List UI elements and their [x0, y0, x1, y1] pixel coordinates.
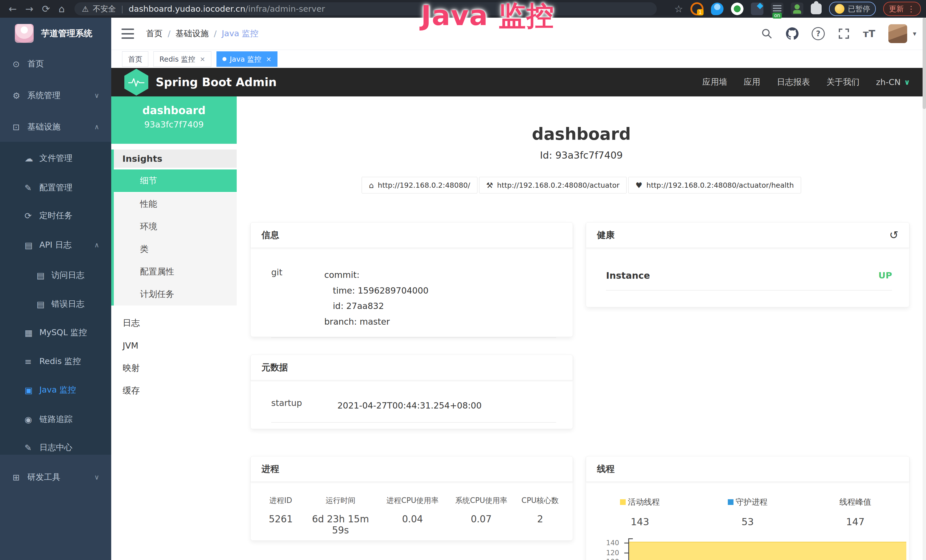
sidebar-item-system[interactable]: ⚙ 系统管理 ∨	[0, 83, 111, 107]
sba-nav-about[interactable]: 关于我们	[826, 76, 859, 88]
sba-menu-configprops[interactable]: 配置属性	[114, 260, 237, 283]
sidebar-item-errorlog[interactable]: ▤ 错误日志	[0, 292, 111, 316]
sba-nav-journal[interactable]: 日志报表	[777, 76, 810, 88]
service-url-button[interactable]: ⌂ http://192.168.0.2:48080/	[362, 177, 477, 194]
search-icon[interactable]	[761, 28, 773, 40]
address-bar[interactable]: ⚠ 不安全 | dashboard.yudao.iocoder.cn/infra…	[74, 2, 657, 15]
tab-label: Redis 监控	[159, 54, 195, 64]
sba-menu-mappings[interactable]: 映射	[111, 357, 237, 380]
close-icon[interactable]: ×	[266, 55, 271, 63]
sidebar-item-apilog[interactable]: ▤ API 日志 ∧	[0, 233, 111, 257]
sba-menu-environment[interactable]: 环境	[114, 215, 237, 238]
sidebar-item-label: 访问日志	[51, 269, 85, 281]
sba-menu-details[interactable]: 细节	[114, 169, 237, 193]
tab-label: Java 监控	[230, 54, 262, 64]
chevron-down-icon: ∨	[94, 473, 99, 481]
sba-locale-select[interactable]: zh-CN ∨	[876, 77, 910, 87]
card-threads-title: 线程	[586, 456, 909, 482]
bookmark-star-icon[interactable]: ☆	[675, 3, 683, 15]
sba-menu-classes[interactable]: 类	[114, 238, 237, 260]
sidebar-item-logcenter[interactable]: ✎ 日志中心	[0, 436, 111, 460]
chevron-down-icon: ∨	[904, 78, 910, 86]
chevron-up-icon: ∧	[94, 241, 99, 249]
legend-peak: 线程峰值 147	[801, 496, 909, 527]
app-logo-row[interactable]: 芋道管理系统	[0, 18, 111, 43]
update-button[interactable]: 更新 ⋮	[883, 2, 921, 16]
avatar[interactable]	[888, 24, 907, 43]
scrollbar-thumb[interactable]	[923, 18, 926, 109]
browser-back-icon[interactable]: ←	[9, 0, 17, 18]
extension-person-icon[interactable]	[791, 3, 803, 15]
sidebar-item-devtools[interactable]: ⊞ 研发工具 ∨	[0, 465, 111, 489]
github-icon[interactable]	[786, 27, 799, 40]
sidebar-item-redis[interactable]: ≡ Redis 监控	[0, 350, 111, 374]
history-icon[interactable]: ↺	[889, 229, 898, 241]
avatar-caret-icon[interactable]: ▾	[913, 30, 916, 38]
url-host[interactable]: dashboard.yudao.iocoder.cn	[129, 4, 245, 14]
sidebar-item-label: 错误日志	[51, 298, 85, 310]
breadcrumb-infra[interactable]: 基础设施	[176, 28, 209, 39]
sidebar-item-mysql[interactable]: ▦ MySQL 监控	[0, 321, 111, 345]
sba-brand-title[interactable]: Spring Boot Admin	[156, 76, 277, 89]
actuator-url-button[interactable]: ⚒ http://192.168.0.2:48080/actuator	[479, 177, 627, 194]
page-subtitle-id: Id: 93a3fc7f7409	[237, 150, 926, 161]
extension-orange-icon[interactable]: 1	[690, 2, 704, 15]
sidebar-item-home[interactable]: ⊙ 首页	[0, 52, 111, 76]
security-warning-icon[interactable]: ⚠	[82, 5, 89, 14]
sba-nav-applications[interactable]: 应用	[744, 76, 760, 88]
security-label[interactable]: 不安全	[93, 4, 116, 14]
health-instance-row[interactable]: Instance UP	[606, 270, 892, 291]
sba-content: dashboard Id: 93a3fc7f7409 ⌂ http://192.…	[237, 97, 926, 560]
health-url-button[interactable]: ♥ http://192.168.0.2:48080/actuator/heal…	[628, 177, 801, 194]
paused-profile-chip[interactable]: 已暂停	[829, 2, 876, 16]
sidebar-item-label: 日志中心	[39, 442, 73, 453]
sba-menu-jvm[interactable]: JVM	[111, 334, 237, 357]
extension-dark-list-icon[interactable]: on	[771, 3, 784, 15]
fullscreen-icon[interactable]	[838, 28, 850, 40]
browser-forward-icon[interactable]: →	[26, 0, 34, 18]
tab-redis[interactable]: Redis 监控 ×	[153, 51, 211, 67]
url-path[interactable]: /infra/admin-server	[245, 4, 325, 14]
close-icon[interactable]: ×	[200, 55, 205, 63]
sidebar-item-file[interactable]: ☁ 文件管理	[0, 146, 111, 170]
browser-menu-icon[interactable]: ⋮	[907, 4, 915, 14]
instance-header[interactable]: dashboard 93a3fc7f7409	[111, 97, 237, 144]
sidebar-item-config[interactable]: ✎ 配置管理	[0, 176, 111, 200]
tab-home[interactable]: 首页	[122, 51, 148, 67]
extension-grid-icon[interactable]	[751, 3, 763, 15]
sba-nav-wall[interactable]: 应用墙	[702, 76, 727, 88]
sidebar-item-trace[interactable]: ◉ 链路追踪	[0, 407, 111, 431]
extension-pin-icon[interactable]	[711, 3, 723, 15]
profile-emoji-icon	[835, 4, 844, 14]
sidebar-item-label: MySQL 监控	[39, 327, 87, 338]
legend-label: 线程峰值	[839, 496, 871, 507]
log-icon: ▤	[36, 271, 51, 280]
browser-reload-icon[interactable]: ⟳	[42, 0, 50, 18]
extensions-puzzle-icon[interactable]	[811, 3, 822, 14]
help-icon[interactable]: ?	[812, 27, 825, 40]
font-size-icon[interactable]: тT	[863, 28, 875, 39]
column-header: CPU核心数	[516, 495, 565, 506]
git-branch-line: branch: master	[324, 314, 429, 330]
extension-list-lines	[773, 5, 781, 6]
info-value: commit: time: 1596289704000 id: 27aa832 …	[324, 267, 429, 330]
sba-menu-metrics[interactable]: 性能	[114, 193, 237, 215]
extension-green-circle-icon[interactable]	[731, 3, 743, 15]
breadcrumb-home[interactable]: 首页	[146, 28, 163, 39]
sidebar-item-job[interactable]: ⟳ 定时任务	[0, 204, 111, 228]
sba-menu-scheduledtasks[interactable]: 计划任务	[114, 283, 237, 306]
sidebar-item-infra[interactable]: ⊡ 基础设施 ∧	[0, 115, 111, 139]
sba-menu-logfile[interactable]: 日志	[111, 312, 237, 334]
home-icon: ⌂	[369, 181, 374, 190]
sidebar-item-accesslog[interactable]: ▤ 访问日志	[0, 263, 111, 287]
metadata-startup-row: startup 2021-04-27T00:44:31.254+08:00	[271, 398, 556, 422]
sba-logo-icon[interactable]	[124, 69, 148, 95]
hamburger-icon[interactable]	[121, 29, 134, 39]
cloud-icon: ☁	[24, 153, 39, 163]
sba-menu-caches[interactable]: 缓存	[111, 380, 237, 402]
annotation-java-monitor: Java 监控	[408, 0, 567, 35]
tab-java[interactable]: Java 监控 ×	[216, 51, 277, 67]
log-icon: ▤	[36, 299, 51, 309]
sidebar-item-java[interactable]: ▣ Java 监控	[0, 378, 111, 402]
browser-home-icon[interactable]: ⌂	[59, 0, 65, 18]
